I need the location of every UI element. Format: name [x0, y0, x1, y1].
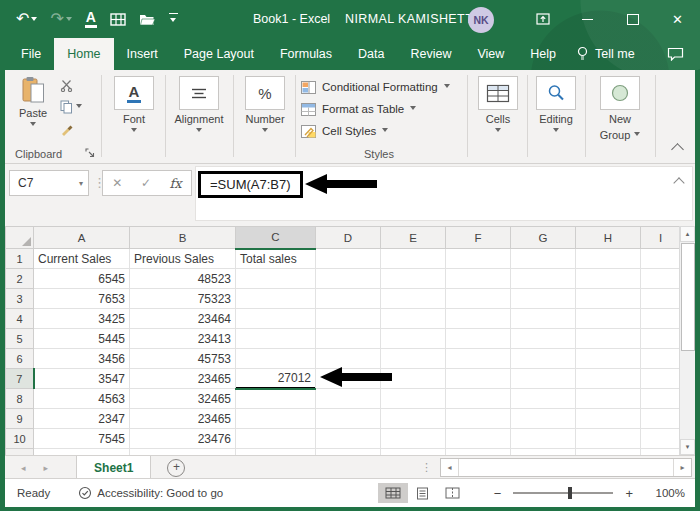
cell-E5[interactable] — [381, 329, 446, 349]
cell-G4[interactable] — [511, 309, 576, 329]
cut-button[interactable] — [60, 78, 82, 92]
cell-F1[interactable] — [446, 249, 511, 269]
clipboard-dialog-launcher[interactable] — [85, 148, 95, 160]
cell-A4[interactable]: 3425 — [34, 309, 130, 329]
tab-home[interactable]: Home — [54, 38, 113, 70]
cell-G2[interactable] — [511, 269, 576, 289]
tab-bar-splitter[interactable]: ⋮ — [421, 461, 432, 474]
column-header-G[interactable]: G — [511, 227, 576, 249]
cell-A3[interactable]: 7653 — [34, 289, 130, 309]
cell-E8[interactable] — [381, 389, 446, 409]
cell-H10[interactable] — [576, 429, 641, 449]
tab-page-layout[interactable]: Page Layout — [171, 38, 267, 70]
cell-A8[interactable]: 4563 — [34, 389, 130, 409]
vertical-scrollbar-thumb[interactable] — [681, 243, 695, 351]
copy-button[interactable] — [60, 100, 82, 114]
row-header-7[interactable]: 7 — [6, 369, 34, 389]
scroll-up-button[interactable]: ▴ — [680, 226, 695, 242]
row-header-1[interactable]: 1 — [6, 249, 34, 269]
cell-E10[interactable] — [381, 429, 446, 449]
sheet-tab-sheet1[interactable]: Sheet1 — [76, 456, 151, 479]
cell-A7[interactable]: 3547 — [34, 369, 130, 389]
column-header-B[interactable]: B — [130, 227, 236, 249]
cell-G3[interactable] — [511, 289, 576, 309]
insert-function-button[interactable]: fx — [170, 176, 182, 191]
page-break-preview-button[interactable] — [438, 483, 468, 503]
cell-H9[interactable] — [576, 409, 641, 429]
row-header-4[interactable]: 4 — [6, 309, 34, 329]
column-header-A[interactable]: A — [34, 227, 130, 249]
cell-I7[interactable] — [641, 369, 681, 389]
column-header-E[interactable]: E — [381, 227, 446, 249]
cell-B6[interactable]: 45753 — [130, 349, 236, 369]
cell-D3[interactable] — [316, 289, 381, 309]
cell-G10[interactable] — [511, 429, 576, 449]
scroll-right-button[interactable]: ▸ — [673, 459, 691, 476]
ribbon-display-options-button[interactable] — [520, 0, 565, 38]
cell-B5[interactable]: 23413 — [130, 329, 236, 349]
cell-A9[interactable]: 2347 — [34, 409, 130, 429]
cell-F3[interactable] — [446, 289, 511, 309]
avatar[interactable]: NK — [468, 7, 494, 33]
cell-E9[interactable] — [381, 409, 446, 429]
row-header-3[interactable]: 3 — [6, 289, 34, 309]
borders-button[interactable] — [110, 13, 126, 26]
cell-I9[interactable] — [641, 409, 681, 429]
cell-D1[interactable] — [316, 249, 381, 269]
cell-B2[interactable]: 48523 — [130, 269, 236, 289]
cell-H5[interactable] — [576, 329, 641, 349]
row-header-5[interactable]: 5 — [6, 329, 34, 349]
cell-C7[interactable]: 27012 — [236, 369, 316, 389]
previous-sheet-button[interactable]: ◂ — [21, 463, 26, 473]
tab-file[interactable]: File — [8, 38, 54, 70]
cells-group-button[interactable]: Cells — [473, 76, 523, 135]
cell-E1[interactable] — [381, 249, 446, 269]
cell-H2[interactable] — [576, 269, 641, 289]
row-header-2[interactable]: 2 — [6, 269, 34, 289]
cell-G6[interactable] — [511, 349, 576, 369]
cell-A1[interactable]: Current Sales — [34, 249, 130, 269]
cell-B8[interactable]: 32465 — [130, 389, 236, 409]
cell-F2[interactable] — [446, 269, 511, 289]
cell-C2[interactable] — [236, 269, 316, 289]
cell-F8[interactable] — [446, 389, 511, 409]
cell-E4[interactable] — [381, 309, 446, 329]
tab-review[interactable]: Review — [397, 38, 464, 70]
new-sheet-button[interactable]: + — [167, 459, 185, 477]
column-header-C[interactable]: C — [236, 227, 316, 249]
page-layout-view-button[interactable] — [408, 483, 438, 503]
column-header-H[interactable]: H — [576, 227, 641, 249]
cell-B10[interactable]: 23476 — [130, 429, 236, 449]
cell-D8[interactable] — [316, 389, 381, 409]
cell-F4[interactable] — [446, 309, 511, 329]
cell-D10[interactable] — [316, 429, 381, 449]
cell-D5[interactable] — [316, 329, 381, 349]
select-all-corner[interactable] — [6, 227, 34, 249]
cell-G5[interactable] — [511, 329, 576, 349]
maximize-button[interactable] — [610, 0, 655, 38]
cell-C3[interactable] — [236, 289, 316, 309]
editing-group-button[interactable]: Editing — [531, 76, 581, 135]
comments-button[interactable] — [667, 38, 684, 70]
cell-C4[interactable] — [236, 309, 316, 329]
tab-help[interactable]: Help — [517, 38, 569, 70]
row-header-6[interactable]: 6 — [6, 349, 34, 369]
cell-C1[interactable]: Total sales — [236, 249, 316, 269]
tab-data[interactable]: Data — [345, 38, 397, 70]
tab-insert[interactable]: Insert — [114, 38, 171, 70]
column-header-F[interactable]: F — [446, 227, 511, 249]
scroll-down-button[interactable]: ▾ — [680, 439, 695, 455]
redo-button[interactable]: ↷ — [50, 11, 71, 27]
scroll-left-button[interactable]: ◂ — [441, 459, 459, 476]
cell-I5[interactable] — [641, 329, 681, 349]
cell-G1[interactable] — [511, 249, 576, 269]
cell-B4[interactable]: 23464 — [130, 309, 236, 329]
cell-D2[interactable] — [316, 269, 381, 289]
next-sheet-button[interactable]: ▸ — [44, 463, 49, 473]
conditional-formatting-button[interactable]: Conditional Formatting — [301, 76, 450, 98]
tab-view[interactable]: View — [464, 38, 517, 70]
alignment-group-button[interactable]: Alignment — [169, 76, 229, 135]
enter-button[interactable]: ✓ — [141, 176, 151, 190]
cell-C9[interactable] — [236, 409, 316, 429]
zoom-in-button[interactable]: + — [625, 486, 633, 501]
